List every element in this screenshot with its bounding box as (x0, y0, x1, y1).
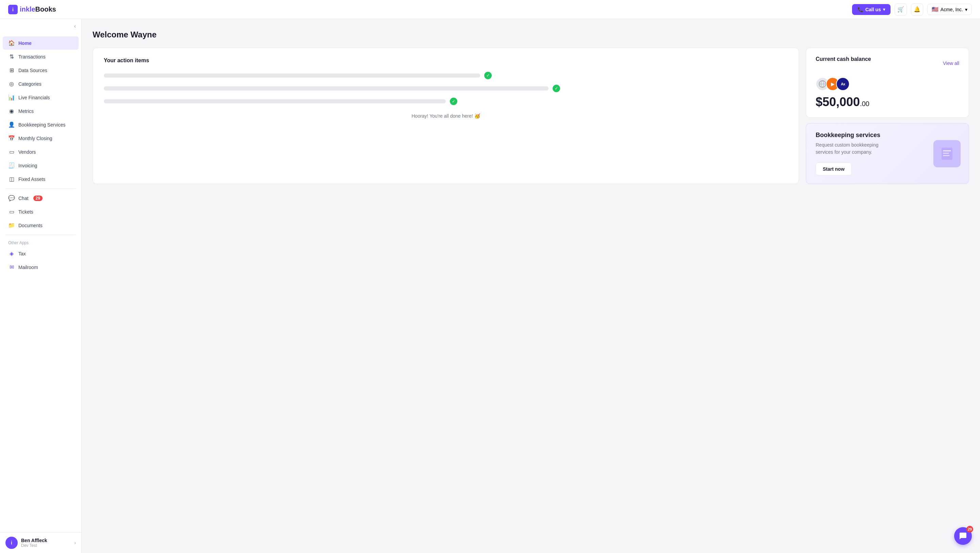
action-items-card-title: Your action items (104, 57, 788, 64)
sidebar-item-transactions[interactable]: ⇅ Transactions (3, 50, 79, 63)
action-item-1: ✓ (104, 72, 788, 79)
chat-icon: 💬 (8, 195, 15, 201)
call-us-button[interactable]: 📞 Call us ▾ (852, 4, 891, 15)
sidebar-item-transactions-label: Transactions (18, 54, 46, 59)
sidebar-item-documents[interactable]: 📁 Documents (3, 219, 79, 232)
cash-balance-card: Current cash balance View all ▶ Ax $50,0… (806, 48, 969, 118)
action-item-2: ✓ (104, 85, 788, 92)
right-column: Current cash balance View all ▶ Ax $50,0… (806, 48, 969, 184)
fixed-assets-icon: ◫ (8, 176, 15, 182)
sidebar-nav: 🏠 Home ⇅ Transactions ⊞ Data Sources ◎ C… (0, 33, 81, 532)
sidebar: ‹ 🏠 Home ⇅ Transactions ⊞ Data Sources ◎… (0, 19, 82, 553)
user-name: Ben Affleck (21, 538, 71, 543)
sidebar-item-tax-label: Tax (18, 251, 26, 256)
sidebar-item-metrics[interactable]: ◉ Metrics (3, 105, 79, 118)
start-now-button[interactable]: Start now (816, 162, 852, 175)
sidebar-item-live-financials-label: Live Financials (18, 95, 50, 100)
user-details: Ben Affleck Dev Test (21, 538, 71, 548)
notifications-button[interactable]: 🔔 (911, 3, 923, 16)
user-role: Dev Test (21, 543, 71, 548)
logo: i inkleBooks (8, 5, 56, 14)
action-items-card: Your action items ✓ ✓ ✓ (92, 48, 799, 184)
sidebar-item-chat[interactable]: 💬 Chat 29 (3, 191, 79, 205)
bell-icon: 🔔 (914, 6, 920, 13)
done-message: Hooray! You're all done here! 🥳 (104, 113, 788, 119)
sidebar-item-tickets-label: Tickets (18, 209, 33, 215)
sidebar-item-monthly-closing[interactable]: 📅 Monthly Closing (3, 132, 79, 145)
transactions-icon: ⇅ (8, 53, 15, 60)
bk-card-title: Bookkeeping services (816, 132, 959, 139)
metrics-icon: ◉ (8, 108, 15, 114)
sidebar-item-vendors[interactable]: ▭ Vendors (3, 145, 79, 159)
sidebar-item-vendors-label: Vendors (18, 149, 36, 155)
categories-icon: ◎ (8, 81, 15, 87)
sidebar-item-fixed-assets-label: Fixed Assets (18, 176, 45, 182)
bookkeeping-icon: 👤 (8, 121, 15, 128)
sidebar-item-invoicing[interactable]: 🧾 Invoicing (3, 159, 79, 172)
sidebar-item-data-sources-label: Data Sources (18, 68, 47, 73)
chat-bubble-badge: 29 (966, 526, 973, 532)
company-name: Acme, Inc. (940, 7, 963, 12)
call-btn-label: Call us (865, 7, 881, 12)
sidebar-item-invoicing-label: Invoicing (18, 163, 37, 168)
logo-brand: inkleBooks (20, 5, 56, 13)
check-icon-2: ✓ (553, 85, 560, 92)
topbar: i inkleBooks 📞 Call us ▾ 🛒 🔔 🇺🇸 Acme, In… (0, 0, 980, 19)
sidebar-item-home-label: Home (18, 40, 32, 46)
check-icon-3: ✓ (450, 98, 457, 105)
sidebar-item-data-sources[interactable]: ⊞ Data Sources (3, 64, 79, 77)
action-item-line-1 (104, 73, 480, 78)
svg-rect-4 (943, 150, 951, 151)
sidebar-collapse-button[interactable]: ‹ (74, 23, 76, 29)
sidebar-item-tax[interactable]: ◈ Tax (3, 247, 79, 260)
invoicing-icon: 🧾 (8, 162, 15, 169)
topbar-right: 📞 Call us ▾ 🛒 🔔 🇺🇸 Acme, Inc. ▾ (852, 3, 972, 16)
action-item-3: ✓ (104, 98, 788, 105)
sidebar-item-mailroom[interactable]: ✉ Mailroom (3, 261, 79, 274)
bk-card-description: Request custom bookkeeping services for … (816, 141, 891, 156)
flag-icon: 🇺🇸 (932, 6, 939, 13)
company-selector[interactable]: 🇺🇸 Acme, Inc. ▾ (927, 4, 972, 15)
chevron-down-icon: ▾ (883, 7, 885, 12)
sidebar-item-chat-label: Chat (18, 195, 29, 201)
sidebar-item-documents-label: Documents (18, 223, 43, 228)
action-item-line-3 (104, 99, 446, 103)
monthly-closing-icon: 📅 (8, 135, 15, 141)
svg-rect-5 (943, 153, 949, 154)
home-icon: 🏠 (8, 40, 15, 46)
sidebar-footer: i Ben Affleck Dev Test › (0, 532, 81, 553)
cart-button[interactable]: 🛒 (894, 3, 907, 16)
main-content: Welcome Wayne Your action items ✓ ✓ (82, 19, 980, 553)
sidebar-item-categories-label: Categories (18, 81, 41, 87)
bk-illustration (933, 140, 961, 167)
sidebar-item-live-financials[interactable]: 📊 Live Financials (3, 91, 79, 104)
account-icons: ▶ Ax (816, 77, 959, 91)
documents-icon: 📁 (8, 222, 15, 229)
mailroom-icon: ✉ (8, 264, 15, 270)
bk-illustration-icon (933, 140, 961, 167)
other-apps-label: Other Apps (0, 238, 81, 246)
view-all-link[interactable]: View all (943, 60, 959, 66)
svg-rect-6 (943, 155, 950, 156)
sidebar-item-mailroom-label: Mailroom (18, 265, 38, 270)
sidebar-toggle-area: ‹ (0, 19, 81, 33)
sidebar-item-home[interactable]: 🏠 Home (3, 37, 79, 50)
selector-chevron-icon: ▾ (965, 7, 967, 12)
sidebar-item-categories[interactable]: ◎ Categories (3, 77, 79, 91)
tickets-icon: ▭ (8, 208, 15, 215)
bookkeeping-services-card: Bookkeeping services Request custom book… (806, 123, 969, 184)
user-profile[interactable]: i Ben Affleck Dev Test › (5, 537, 76, 549)
logo-icon: i (8, 5, 18, 14)
balance-amount: $50,000.00 (816, 95, 959, 109)
user-chevron-icon: › (74, 540, 76, 545)
sidebar-item-tickets[interactable]: ▭ Tickets (3, 205, 79, 218)
chat-bubble-button[interactable]: 29 (954, 527, 972, 545)
data-sources-icon: ⊞ (8, 67, 15, 73)
sidebar-item-bookkeeping-services-label: Bookkeeping Services (18, 122, 66, 127)
sidebar-item-fixed-assets[interactable]: ◫ Fixed Assets (3, 172, 79, 186)
balance-whole: $50,000 (816, 95, 860, 109)
phone-icon: 📞 (858, 7, 863, 12)
cards-row: Your action items ✓ ✓ ✓ (92, 48, 969, 184)
sidebar-divider-1 (5, 188, 76, 189)
sidebar-item-bookkeeping-services[interactable]: 👤 Bookkeeping Services (3, 118, 79, 131)
